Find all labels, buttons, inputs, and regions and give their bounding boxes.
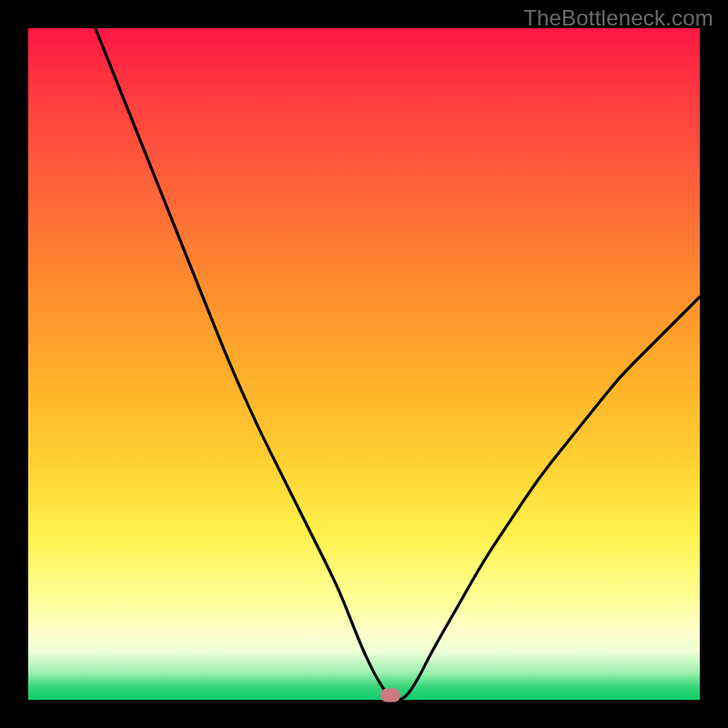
minimum-marker [380, 689, 400, 703]
chart-frame: TheBottleneck.com [0, 0, 728, 728]
watermark-text: TheBottleneck.com [523, 5, 713, 31]
bottleneck-curve [28, 28, 700, 700]
